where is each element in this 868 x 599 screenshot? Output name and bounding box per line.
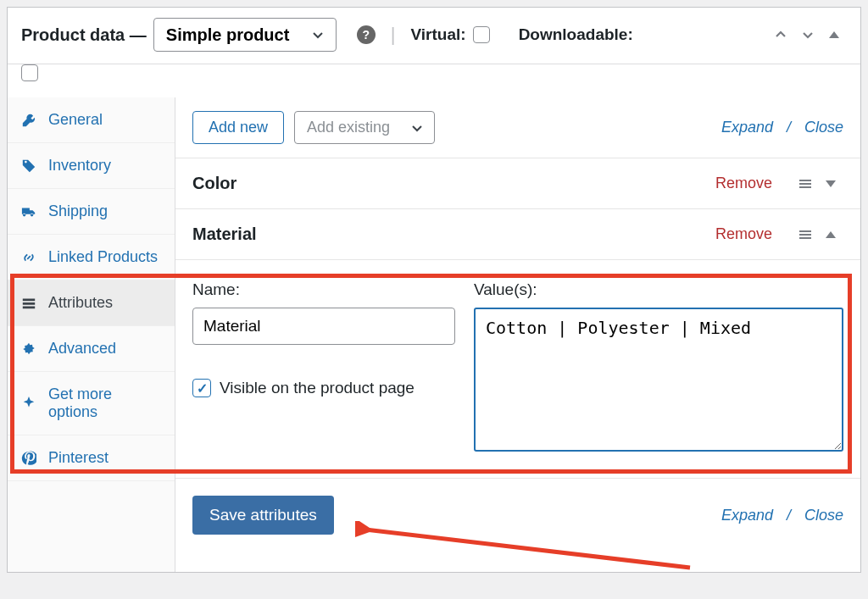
add-new-button[interactable]: Add new	[192, 111, 284, 144]
remove-link[interactable]: Remove	[715, 225, 772, 243]
downloadable-checkbox[interactable]	[21, 64, 38, 81]
move-down-icon[interactable]	[801, 28, 820, 42]
name-label: Name:	[192, 280, 455, 299]
tab-label: Attributes	[48, 294, 113, 312]
collapse-panel-icon[interactable]	[828, 29, 847, 41]
remove-link[interactable]: Remove	[715, 175, 772, 192]
product-type-select[interactable]: Simple product	[153, 18, 337, 52]
product-type-dropdown[interactable]: Simple product	[153, 18, 337, 52]
attributes-content: Add new Add existing Expand / Close Colo…	[175, 97, 860, 572]
attribute-name: Material	[192, 225, 257, 244]
tab-label: Get more options	[48, 385, 161, 421]
truck-icon	[21, 204, 38, 219]
expand-toggle-icon[interactable]	[825, 178, 843, 190]
chevron-down-icon	[410, 121, 424, 135]
gear-icon	[21, 341, 38, 357]
collapse-toggle-icon[interactable]	[825, 229, 843, 241]
tab-attributes[interactable]: Attributes	[8, 280, 175, 326]
product-data-tabs: General Inventory Shipping Linked Produc…	[8, 97, 175, 572]
wrench-icon	[21, 113, 38, 128]
product-data-panel: Product data — Simple product ? | Virtua…	[7, 7, 861, 573]
divider: |	[391, 24, 396, 46]
attribute-row-color: Color Remove	[175, 158, 860, 209]
virtual-toggle[interactable]: Virtual:	[411, 25, 490, 44]
sparkle-icon	[21, 396, 38, 411]
tab-advanced[interactable]: Advanced	[8, 326, 175, 372]
close-link[interactable]: Close	[804, 507, 843, 524]
add-existing-dropdown[interactable]: Add existing	[294, 111, 435, 144]
close-link[interactable]: Close	[804, 119, 843, 136]
help-icon[interactable]: ?	[357, 25, 376, 44]
drag-handle-icon[interactable]	[798, 176, 816, 191]
expand-link[interactable]: Expand	[721, 507, 773, 524]
tab-general[interactable]: General	[8, 97, 175, 143]
save-row: Save attributes Expand / Close	[175, 479, 860, 552]
save-attributes-button[interactable]: Save attributes	[192, 496, 334, 535]
tag-icon	[21, 158, 38, 174]
expand-link[interactable]: Expand	[721, 119, 773, 136]
visible-checkbox[interactable]: ✓	[192, 379, 211, 397]
attribute-name: Color	[192, 174, 236, 193]
tab-label: Advanced	[48, 340, 116, 358]
attribute-body-material: Name: ✓ Visible on the product page Valu…	[175, 260, 860, 479]
values-label: Value(s):	[474, 280, 843, 299]
panel-header: Product data — Simple product ? | Virtua…	[8, 8, 860, 64]
tab-label: General	[48, 111, 103, 129]
virtual-label: Virtual:	[411, 25, 466, 44]
list-icon	[21, 296, 38, 311]
downloadable-label: Downloadable:	[519, 25, 633, 44]
tab-label: Shipping	[48, 202, 108, 220]
attribute-row-material: Material Remove	[175, 209, 860, 260]
panel-title: Product data —	[21, 25, 147, 45]
tab-label: Inventory	[48, 157, 111, 175]
link-icon	[21, 250, 38, 265]
drag-handle-icon[interactable]	[798, 227, 816, 242]
virtual-checkbox[interactable]	[473, 26, 490, 43]
attribute-values-textarea[interactable]: Cotton | Polyester | Mixed	[474, 308, 843, 452]
tab-label: Pinterest	[48, 449, 108, 467]
move-up-icon[interactable]	[774, 28, 793, 42]
tab-pinterest[interactable]: Pinterest	[8, 435, 175, 481]
tab-shipping[interactable]: Shipping	[8, 189, 175, 235]
tab-label: Linked Products	[48, 248, 158, 266]
tab-linked-products[interactable]: Linked Products	[8, 235, 175, 280]
pinterest-icon	[21, 451, 38, 466]
tab-inventory[interactable]: Inventory	[8, 143, 175, 189]
attributes-toolbar: Add new Add existing Expand / Close	[175, 97, 860, 158]
visible-label: Visible on the product page	[220, 379, 415, 397]
downloadable-toggle[interactable]: Downloadable:	[519, 25, 633, 44]
tab-get-more-options[interactable]: Get more options	[8, 372, 175, 435]
attribute-name-input[interactable]	[192, 308, 455, 345]
add-existing-placeholder: Add existing	[307, 119, 390, 136]
